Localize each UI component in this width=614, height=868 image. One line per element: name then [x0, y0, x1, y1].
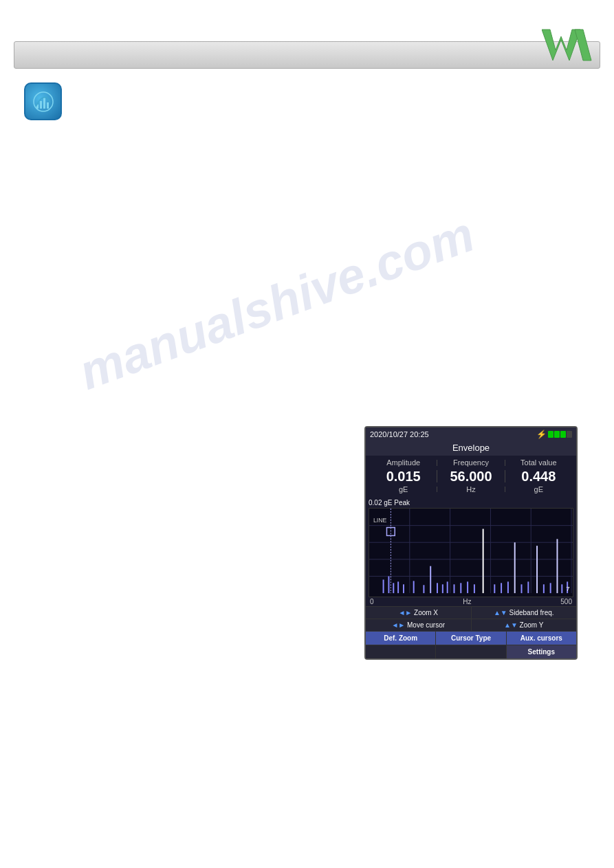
- screen-title: Envelope: [366, 441, 576, 456]
- chart-scale-label: 0.02 gE Peak: [369, 499, 573, 507]
- header-bar: [14, 41, 600, 69]
- svg-rect-34: [507, 581, 509, 593]
- control-row-2: ◄► Move cursor ▲▼ Zoom Y: [366, 619, 576, 631]
- app-icon[interactable]: [24, 82, 62, 120]
- svg-rect-27: [454, 584, 455, 593]
- function-buttons-row-2: Settings: [366, 645, 576, 658]
- svg-rect-39: [543, 584, 545, 593]
- chart-area: 0.02 gE Peak: [366, 498, 576, 606]
- move-cursor-control[interactable]: ◄► Move cursor: [366, 619, 472, 631]
- total-value-unit: gE: [505, 485, 572, 493]
- svg-rect-16: [383, 579, 384, 593]
- svg-rect-26: [447, 581, 448, 593]
- x-axis-labels: 0 Hz 500: [369, 597, 573, 606]
- frequency-value-col: 56.000: [437, 469, 504, 484]
- move-cursor-label: Move cursor: [407, 621, 445, 629]
- amplitude-value: 0.015: [370, 469, 437, 484]
- total-value-col: Total value: [505, 458, 572, 467]
- sideband-freq-control[interactable]: ▲▼ Sideband freq.: [472, 607, 577, 619]
- svg-marker-0: [542, 30, 580, 60]
- amplitude-value-col: 0.015: [370, 469, 437, 484]
- frequency-value: 56.000: [437, 469, 504, 484]
- total-value-value-col: 0.448: [505, 469, 572, 484]
- svg-rect-32: [494, 584, 495, 593]
- frequency-col: Frequency: [437, 458, 504, 467]
- function-buttons-row-1: Def. Zoom Cursor Type Aux. cursors: [366, 631, 576, 645]
- battery-bars: [548, 431, 572, 438]
- aux-cursors-button[interactable]: Aux. cursors: [507, 632, 576, 645]
- svg-rect-42: [561, 584, 562, 593]
- logo-container: [538, 21, 600, 69]
- svg-rect-20: [403, 584, 404, 593]
- svg-rect-18: [393, 583, 394, 593]
- amplitude-col: Amplitude: [370, 458, 437, 467]
- measurement-values-row: 0.015 56.000 0.448: [370, 469, 572, 484]
- company-logo: [542, 26, 597, 64]
- x-axis-start: 0: [370, 598, 374, 605]
- def-zoom-button[interactable]: Def. Zoom: [366, 632, 436, 645]
- frequency-unit: Hz: [437, 485, 504, 493]
- svg-rect-25: [442, 584, 443, 593]
- battery-bar-2: [554, 431, 560, 438]
- battery-bar-4: [567, 431, 572, 438]
- svg-rect-33: [501, 583, 502, 593]
- frequency-label: Frequency: [437, 458, 504, 467]
- svg-rect-31: [483, 529, 484, 594]
- controls-area: ◄► Zoom X ▲▼ Sideband freq. ◄► Move curs…: [366, 606, 576, 631]
- measurement-area: Amplitude Frequency Total value 0.015 56…: [366, 456, 576, 498]
- svg-marker-1: [575, 30, 591, 60]
- measurement-labels-row: Amplitude Frequency Total value: [370, 458, 572, 467]
- svg-rect-37: [527, 581, 529, 593]
- x-axis-end: 500: [560, 598, 572, 605]
- frequency-unit-col: Hz: [437, 485, 504, 493]
- svg-rect-40: [550, 583, 551, 593]
- measurement-units-row: gE Hz gE: [370, 485, 572, 493]
- svg-rect-36: [521, 584, 523, 593]
- amplitude-unit: gE: [370, 485, 437, 493]
- zoom-y-control[interactable]: ▲▼ Zoom Y: [472, 619, 577, 631]
- datetime-label: 2020/10/27 20:25: [370, 430, 429, 438]
- svg-rect-41: [556, 539, 558, 593]
- svg-rect-35: [514, 542, 516, 593]
- svg-rect-29: [467, 581, 468, 593]
- battery-indicator: ⚡: [536, 430, 572, 439]
- status-bar: 2020/10/27 20:25 ⚡: [366, 427, 576, 441]
- empty-button-2[interactable]: [436, 645, 506, 658]
- svg-rect-6: [47, 102, 49, 109]
- svg-rect-17: [388, 576, 389, 593]
- svg-rect-38: [536, 546, 538, 593]
- settings-button[interactable]: Settings: [507, 645, 576, 658]
- svg-text:7: 7: [566, 585, 569, 592]
- amplitude-label: Amplitude: [370, 458, 437, 467]
- svg-rect-28: [460, 583, 461, 593]
- cursor-type-button[interactable]: Cursor Type: [436, 632, 506, 645]
- sideband-freq-label: Sideband freq.: [509, 609, 554, 616]
- watermark: manualshive.com: [72, 205, 481, 401]
- total-value-unit-col: gE: [505, 485, 572, 493]
- total-value-label: Total value: [505, 458, 572, 467]
- empty-button-1[interactable]: [366, 645, 436, 658]
- svg-text:LINE: LINE: [373, 517, 387, 524]
- svg-rect-30: [474, 584, 475, 593]
- zoom-y-label: Zoom Y: [520, 621, 544, 629]
- svg-rect-23: [430, 566, 431, 593]
- svg-rect-5: [43, 98, 45, 109]
- x-axis-unit: Hz: [463, 598, 471, 605]
- spectrum-svg: LINE 7: [369, 509, 573, 597]
- app-icon-svg: [32, 91, 54, 113]
- battery-bar-3: [560, 431, 566, 438]
- svg-rect-24: [437, 583, 438, 593]
- total-value-value: 0.448: [505, 469, 572, 484]
- svg-rect-19: [397, 581, 399, 593]
- charging-bolt-icon: ⚡: [536, 430, 547, 439]
- zoom-x-label: Zoom X: [414, 609, 438, 616]
- svg-rect-22: [423, 585, 424, 593]
- svg-rect-21: [413, 581, 415, 593]
- control-row-1: ◄► Zoom X ▲▼ Sideband freq.: [366, 606, 576, 619]
- battery-bar-1: [548, 431, 553, 438]
- device-screen: 2020/10/27 20:25 ⚡ Envelope Amplitude Fr…: [364, 426, 578, 660]
- amplitude-unit-col: gE: [370, 485, 437, 493]
- spectrum-chart: LINE 7: [369, 508, 573, 597]
- zoom-x-control[interactable]: ◄► Zoom X: [366, 607, 472, 619]
- svg-rect-4: [40, 101, 42, 109]
